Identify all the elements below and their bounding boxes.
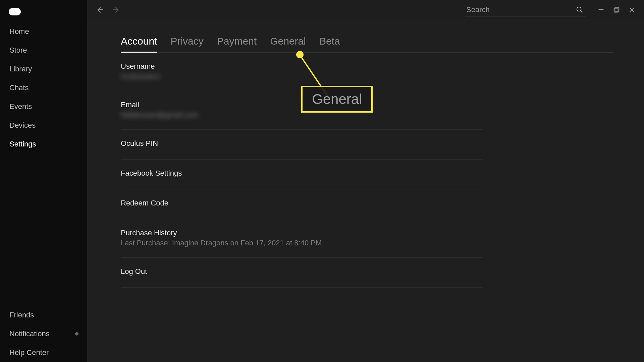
log-out-label: Log Out: [121, 267, 483, 276]
section-facebook-settings[interactable]: Facebook Settings: [121, 160, 483, 189]
sidebar-item-settings[interactable]: Settings: [0, 135, 87, 154]
tab-account[interactable]: Account: [121, 36, 157, 52]
forward-button[interactable]: [109, 3, 123, 16]
settings-tabs: Account Privacy Payment General Beta: [121, 36, 614, 53]
purchase-history-label: Purchase History: [121, 229, 483, 237]
svg-line-1: [581, 10, 583, 12]
search-input[interactable]: [465, 3, 570, 16]
back-button[interactable]: [93, 3, 107, 16]
main-panel: Account Privacy Payment General Beta Use…: [87, 0, 644, 362]
annotation-text: General: [312, 91, 362, 107]
oculus-logo-icon[interactable]: [9, 8, 21, 15]
tab-payment[interactable]: Payment: [217, 36, 257, 52]
close-icon: [628, 6, 636, 13]
search-wrap: [465, 3, 586, 16]
redeem-code-label: Redeem Code: [121, 199, 483, 207]
purchase-history-value: Last Purchase: Imagine Dragons on Feb 17…: [121, 239, 483, 247]
tab-general[interactable]: General: [270, 36, 306, 52]
svg-point-0: [577, 7, 581, 11]
section-purchase-history[interactable]: Purchase History Last Purchase: Imagine …: [121, 219, 483, 258]
sidebar-item-library[interactable]: Library: [0, 60, 87, 78]
section-oculus-pin[interactable]: Oculus PIN: [121, 130, 483, 160]
sidebar-item-notifications[interactable]: Notifications: [0, 324, 87, 343]
arrow-left-icon: [96, 6, 104, 14]
sidebar-item-help-center[interactable]: Help Center: [0, 343, 87, 362]
sidebar-item-home[interactable]: Home: [0, 22, 87, 41]
search-button[interactable]: [574, 4, 586, 16]
annotation-dot-icon: [296, 51, 304, 58]
tab-privacy[interactable]: Privacy: [170, 36, 203, 52]
annotation-callout: General: [301, 86, 373, 113]
maximize-button[interactable]: [610, 4, 623, 16]
close-window-button[interactable]: [626, 4, 638, 16]
sidebar-item-devices[interactable]: Devices: [0, 116, 87, 135]
tab-beta[interactable]: Beta: [319, 36, 340, 52]
username-label: Username: [121, 62, 483, 71]
topbar: [87, 0, 644, 19]
svg-rect-3: [615, 7, 619, 11]
sidebar-item-events[interactable]: Events: [0, 97, 87, 116]
minimize-icon: [597, 6, 605, 13]
settings-content: Account Privacy Payment General Beta Use…: [87, 19, 644, 362]
search-icon: [576, 6, 583, 13]
section-redeem-code[interactable]: Redeem Code: [121, 189, 483, 219]
svg-rect-4: [614, 8, 618, 12]
username-value: oculususer1: [121, 72, 483, 81]
sidebar-item-chats[interactable]: Chats: [0, 78, 87, 97]
arrow-right-icon: [112, 6, 120, 14]
sidebar-item-label: Notifications: [9, 329, 50, 338]
oculus-pin-label: Oculus PIN: [121, 139, 483, 148]
sidebar-item-friends[interactable]: Friends: [0, 306, 87, 324]
notification-dot-icon: [75, 332, 78, 336]
facebook-settings-label: Facebook Settings: [121, 169, 483, 178]
sidebar: Home Store Library Chats Events Devices …: [0, 0, 87, 362]
minimize-button[interactable]: [595, 4, 607, 16]
sidebar-item-store[interactable]: Store: [0, 41, 87, 60]
maximize-icon: [613, 6, 620, 13]
section-log-out[interactable]: Log Out: [121, 258, 483, 288]
